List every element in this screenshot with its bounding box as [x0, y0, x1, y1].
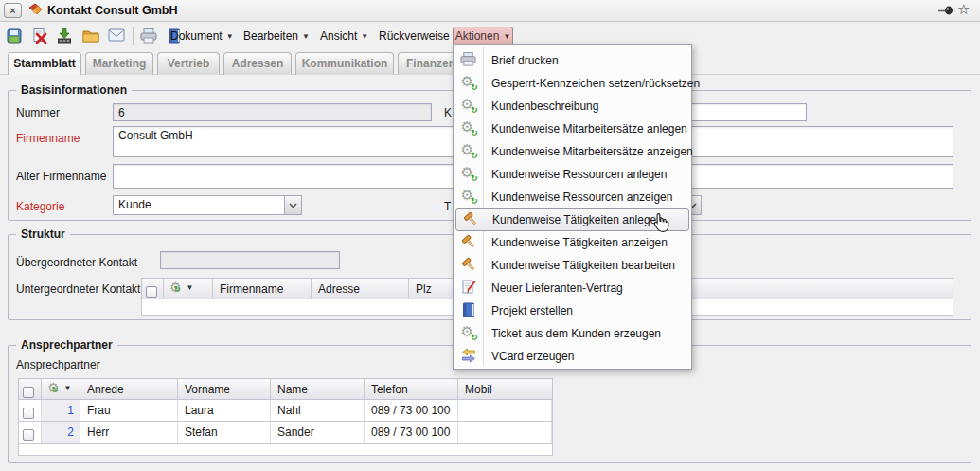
grid-actions-menu[interactable]: ⚙↻▼ — [164, 279, 213, 299]
tab-vertrieb[interactable]: Vertrieb — [157, 52, 220, 75]
book-icon — [454, 302, 483, 320]
app-window: × Kontakt Consult GmbH ☆ — [0, 0, 980, 471]
menu-item-mitarbeitersaetze-anlegen[interactable]: ⚙↻ Kundenweise Mitarbeitersätze anlegen — [454, 118, 691, 140]
window-title: Kontakt Consult GmbH — [47, 4, 178, 17]
table-row[interactable]: 2 Herr Stefan Sander 089 / 73 00 100 — [18, 422, 553, 444]
menu-item-taetigkeiten-bearbeiten[interactable]: Kundenweise Tätigkeiten bearbeiten — [454, 254, 691, 277]
select-all-checkbox[interactable] — [142, 279, 164, 299]
right-top-label: K — [444, 106, 452, 119]
uebergeordneter-kontakt-label: Übergeordneter Kontakt — [16, 256, 137, 269]
kategorie-select[interactable]: Kunde — [113, 195, 302, 215]
ansprechpartner-label: Ansprechpartner — [16, 358, 100, 371]
nummer-field[interactable]: 6 — [113, 103, 432, 121]
section-title: Ansprechpartner — [16, 338, 117, 352]
row-checkbox[interactable] — [19, 400, 42, 421]
firmenname-label: Firmenname — [16, 132, 80, 145]
hammer-icon — [454, 234, 483, 252]
print-icon[interactable] — [137, 26, 160, 46]
tab-marketing[interactable]: Marketing — [85, 52, 153, 75]
star-icon[interactable]: ☆ — [957, 1, 970, 18]
delete-document-icon[interactable] — [28, 26, 51, 46]
folder-icon[interactable] — [80, 26, 102, 46]
grid-actions-menu[interactable]: ⚙↻▼ — [42, 379, 80, 399]
section-title: Struktur — [16, 227, 70, 241]
kategorie-label: Kategorie — [16, 200, 64, 213]
menu-item-ticket-erzeugen[interactable]: ⚙↻ Ticket aus dem Kunden erzeugen — [454, 322, 691, 345]
nummer-label: Nummer — [16, 106, 60, 119]
toolbar-separator — [133, 27, 134, 45]
swap-arrows-icon — [454, 348, 483, 366]
save-icon[interactable] — [3, 26, 26, 46]
mouse-cursor-icon — [651, 212, 670, 236]
row-number-link[interactable]: 2 — [42, 422, 80, 443]
cell-vorname: Laura — [178, 400, 271, 421]
printer-icon — [454, 52, 483, 69]
gear-run-icon: ⚙↻ — [454, 166, 483, 184]
new-contract-icon — [454, 280, 483, 298]
ansprechpartner-table-header: ⚙↻▼ Anrede Vorname Name Telefon Mobil — [18, 378, 553, 400]
cell-vorname: Stefan — [178, 422, 271, 443]
tab-stammblatt[interactable]: Stammblatt — [8, 52, 81, 75]
hammer-icon — [456, 211, 484, 229]
uebergeordneter-kontakt-field[interactable] — [160, 251, 340, 269]
untergeordneter-kontakt-label: Untergeordneter Kontakt — [16, 282, 140, 296]
cell-name: Sander — [271, 422, 365, 443]
tab-adressen[interactable]: Adressen — [223, 52, 292, 75]
pin-icon[interactable] — [937, 5, 953, 19]
gear-run-icon: ⚙↻ — [454, 325, 483, 343]
table-row[interactable]: 1 Frau Laura Nahl 089 / 73 00 100 — [18, 400, 553, 422]
alter-firmenname-label: Alter Firmenname — [16, 170, 106, 183]
right-bottom-label: T — [444, 200, 451, 213]
gear-run-icon: ⚙↻ — [454, 98, 483, 116]
menu-item-brief-drucken[interactable]: Brief drucken — [454, 49, 691, 72]
mail-icon[interactable] — [105, 26, 128, 46]
app-icon — [27, 3, 44, 21]
cell-mobil — [458, 422, 552, 443]
menu-item-ressourcen-anlegen[interactable]: ⚙↻ Kundenweise Ressourcen anlegen — [454, 163, 691, 186]
column-header[interactable]: Telefon — [365, 379, 458, 399]
titlebar: × Kontakt Consult GmbH ☆ — [0, 0, 980, 22]
menu-item-projekt-erstellen[interactable]: Projekt erstellen — [454, 299, 691, 322]
cell-telefon: 089 / 73 00 100 — [365, 400, 458, 421]
column-header[interactable]: Name — [271, 379, 365, 399]
hammer-icon — [454, 257, 483, 275]
tab-kommunikation[interactable]: Kommunikation — [295, 52, 394, 75]
column-header[interactable]: Anrede — [80, 379, 178, 399]
aktionen-dropdown-menu: Brief drucken ⚙↻ Gesperrt-Kennzeichen se… — [453, 44, 692, 370]
gear-run-icon: ⚙↻ — [454, 189, 483, 207]
cell-anrede: Herr — [80, 422, 178, 443]
column-header[interactable]: Mobil — [458, 379, 552, 399]
chevron-down-icon[interactable] — [284, 196, 301, 214]
gear-run-icon: ⚙↻ — [454, 120, 483, 138]
menu-item-gesperrt-kennzeichen[interactable]: ⚙↻ Gesperrt-Kennzeichen setzen/rücksetze… — [454, 72, 691, 95]
cell-mobil — [458, 400, 552, 421]
column-header[interactable]: Adresse — [312, 279, 409, 299]
import-icon[interactable] — [53, 26, 76, 46]
gear-run-icon: ⚙↻ — [454, 75, 483, 93]
menu-dokument[interactable]: Dokument▼ — [167, 27, 238, 45]
menu-item-lieferanten-vertrag[interactable]: Neuer Lieferanten-Vertrag — [454, 277, 691, 299]
menu-item-ressourcen-anzeigen[interactable]: ⚙↻ Kundenweise Ressourcen anzeigen — [454, 186, 691, 208]
cell-telefon: 089 / 73 00 100 — [365, 422, 458, 443]
menu-bearbeiten[interactable]: Bearbeiten▼ — [240, 27, 313, 45]
menu-item-mitarbeitersaetze-anzeigen[interactable]: ⚙↻ Kundenweise Mitarbeitersätze anzeigen — [454, 140, 691, 163]
gear-run-icon: ⚙↻ — [454, 143, 483, 161]
column-header[interactable]: Vorname — [178, 379, 271, 399]
column-header[interactable]: Firmenname — [213, 279, 312, 299]
menu-ansicht[interactable]: Ansicht▼ — [316, 27, 372, 45]
menu-item-kundenbeschreibung[interactable]: ⚙↻ Kundenbeschreibung — [454, 95, 691, 118]
select-all-checkbox[interactable] — [19, 379, 42, 399]
table-empty-row — [18, 444, 553, 456]
cell-name: Nahl — [271, 400, 365, 421]
menu-item-vcard-erzeugen[interactable]: VCard erzeugen — [454, 345, 691, 368]
row-checkbox[interactable] — [19, 422, 42, 443]
section-title: Basisinformationen — [16, 83, 132, 97]
close-icon[interactable]: × — [4, 3, 22, 18]
menu-rueckverweise[interactable]: Rückverweise▼ — [375, 27, 465, 45]
cell-anrede: Frau — [80, 400, 178, 421]
row-number-link[interactable]: 1 — [42, 400, 80, 421]
